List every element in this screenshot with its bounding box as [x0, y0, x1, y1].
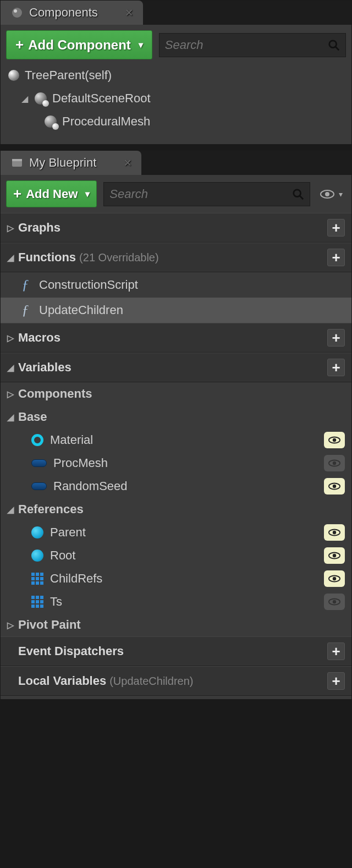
blueprint-search-input[interactable]	[109, 187, 292, 201]
svg-point-21	[333, 577, 336, 580]
expand-icon[interactable]: ▷	[7, 620, 15, 630]
tree-row-self[interactable]: TreeParent(self)	[6, 64, 346, 87]
chevron-down-icon: ▾	[85, 189, 90, 199]
array-var-icon	[31, 596, 43, 608]
components-tab-label: Components	[29, 6, 98, 20]
category-graphs[interactable]: ▷ Graphs +	[1, 213, 351, 243]
variable-childrefs[interactable]: ChildRefs	[1, 567, 351, 590]
svg-point-11	[333, 438, 336, 442]
blueprint-tab-icon	[10, 156, 24, 169]
graphs-label: Graphs	[18, 221, 61, 235]
variable-ts[interactable]: Ts	[1, 590, 351, 613]
variable-randomseed[interactable]: RandomSeed	[1, 475, 351, 498]
expand-icon[interactable]: ▷	[7, 223, 15, 233]
add-new-label: Add New	[26, 187, 78, 201]
chevron-down-icon: ▾	[339, 190, 343, 199]
object-var-icon	[31, 459, 47, 467]
blueprint-tab[interactable]: My Blueprint ×	[1, 151, 141, 175]
add-graph-button[interactable]: +	[327, 219, 345, 237]
components-search-input[interactable]	[165, 38, 328, 52]
actor-icon	[8, 70, 19, 81]
add-dispatcher-button[interactable]: +	[327, 642, 345, 660]
visibility-toggle[interactable]	[324, 524, 345, 541]
search-icon	[292, 188, 304, 200]
expand-icon[interactable]: ◢	[7, 412, 15, 422]
visibility-toggle[interactable]	[324, 547, 345, 564]
visibility-toggle[interactable]	[324, 570, 345, 587]
close-icon[interactable]: ×	[124, 155, 131, 171]
vargroup-pivotpaint[interactable]: ▷ Pivot Paint	[1, 613, 351, 636]
close-icon[interactable]: ×	[125, 5, 133, 20]
category-macros[interactable]: ▷ Macros +	[1, 323, 351, 353]
components-tab-icon	[10, 6, 24, 19]
category-functions[interactable]: ◢ Functions (21 Overridable) +	[1, 243, 351, 272]
add-macro-button[interactable]: +	[327, 329, 345, 347]
add-new-button[interactable]: + Add New ▾	[6, 180, 97, 207]
eye-icon	[320, 189, 337, 200]
function-constructionscript[interactable]: ƒ ConstructionScript	[1, 272, 351, 298]
view-options-button[interactable]: ▾	[317, 189, 346, 200]
variable-parent[interactable]: Parent	[1, 521, 351, 544]
local-variables-label: Local Variables	[18, 674, 106, 688]
expand-icon[interactable]: ◢	[7, 504, 15, 515]
variable-childrefs-label: ChildRefs	[50, 572, 102, 586]
add-component-button[interactable]: + Add Component ▾	[6, 30, 152, 59]
add-variable-button[interactable]: +	[327, 359, 345, 376]
tree-self-label: TreeParent(self)	[25, 68, 112, 83]
tree-procmesh-label: ProceduralMesh	[62, 114, 150, 129]
function-updatechildren[interactable]: ƒ UpdateChildren	[1, 298, 351, 323]
expand-icon[interactable]: ◢	[21, 94, 29, 104]
svg-point-9	[325, 192, 329, 196]
vargroup-components-label: Components	[18, 387, 92, 401]
visibility-toggle[interactable]	[324, 455, 345, 471]
expand-icon[interactable]: ◢	[7, 252, 15, 263]
vargroup-base[interactable]: ◢ Base	[1, 405, 351, 428]
functions-label: Functions	[18, 250, 76, 265]
blueprint-search[interactable]	[103, 182, 310, 206]
blueprint-tab-bar: My Blueprint ×	[1, 151, 351, 175]
tree-row-procmesh[interactable]: ProceduralMesh	[6, 110, 346, 133]
svg-point-23	[333, 600, 336, 603]
svg-point-0	[12, 8, 22, 18]
components-tab[interactable]: Components ×	[1, 1, 143, 25]
function-constructionscript-label: ConstructionScript	[39, 278, 138, 292]
object-var-icon	[31, 482, 47, 490]
function-icon: ƒ	[18, 277, 32, 293]
variable-material-label: Material	[50, 433, 93, 447]
add-local-variable-button[interactable]: +	[327, 672, 345, 690]
components-tree: TreeParent(self) ◢ DefaultSceneRoot Proc…	[6, 64, 346, 133]
components-search[interactable]	[159, 33, 346, 57]
variable-material[interactable]: Material	[1, 428, 351, 452]
svg-point-6	[294, 189, 301, 196]
tree-sceneroot-label: DefaultSceneRoot	[52, 91, 151, 106]
expand-icon[interactable]: ▷	[7, 389, 15, 399]
blueprint-tab-label: My Blueprint	[29, 156, 96, 170]
components-panel: Components × + Add Component ▾ TreeParen…	[0, 0, 352, 145]
svg-point-17	[333, 531, 336, 534]
macros-label: Macros	[18, 331, 61, 345]
expand-icon[interactable]: ◢	[7, 362, 15, 373]
vargroup-references[interactable]: ◢ References	[1, 498, 351, 521]
add-function-button[interactable]: +	[327, 249, 345, 266]
vargroup-references-label: References	[18, 502, 84, 517]
chevron-down-icon: ▾	[139, 40, 143, 50]
category-event-dispatchers[interactable]: ▷ Event Dispatchers +	[1, 636, 351, 666]
tree-row-sceneroot[interactable]: ◢ DefaultSceneRoot	[6, 87, 346, 110]
category-variables[interactable]: ◢ Variables +	[1, 353, 351, 382]
object-var-icon	[31, 550, 43, 562]
svg-point-1	[14, 9, 17, 13]
scene-component-icon	[35, 92, 47, 105]
variable-procmesh[interactable]: ProcMesh	[1, 452, 351, 475]
variable-randomseed-label: RandomSeed	[53, 479, 128, 493]
svg-rect-5	[12, 159, 22, 161]
blueprint-body: ▷ Graphs + ◢ Functions (21 Overridable) …	[1, 213, 351, 699]
expand-icon[interactable]: ▷	[7, 333, 15, 343]
category-local-variables[interactable]: ▷ Local Variables (UpdateChildren) +	[1, 666, 351, 696]
variable-root[interactable]: Root	[1, 544, 351, 567]
plus-icon: +	[15, 36, 24, 53]
visibility-toggle[interactable]	[324, 432, 345, 448]
visibility-toggle[interactable]	[324, 594, 345, 610]
visibility-toggle[interactable]	[324, 478, 345, 495]
vargroup-components[interactable]: ▷ Components	[1, 382, 351, 405]
function-updatechildren-label: UpdateChildren	[39, 303, 123, 317]
